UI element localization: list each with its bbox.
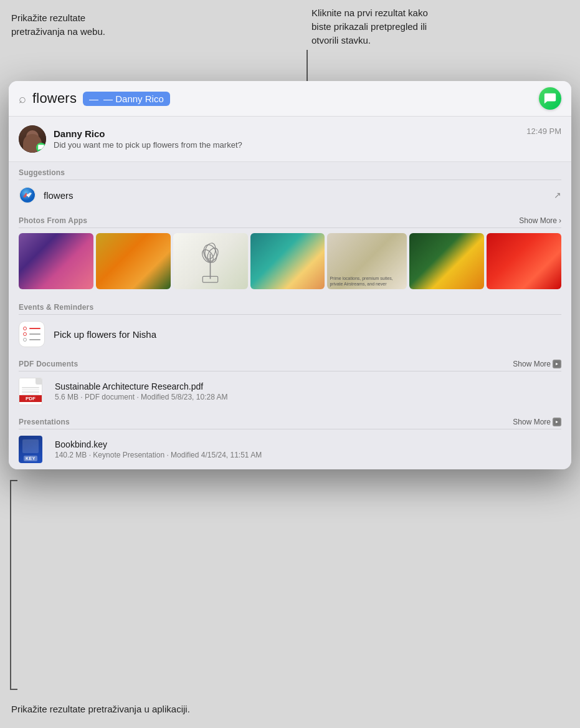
photos-show-more-button[interactable]: Show More › [519, 216, 561, 225]
keynote-file-icon: KEY BCMBND [19, 436, 46, 463]
reminder-bar-1 [29, 328, 40, 329]
annotation-top-right: Kliknite na prvi rezultat kako biste pri… [311, 6, 486, 47]
external-link-icon: ↗ [554, 190, 561, 200]
photo-thumb-6[interactable] [409, 233, 484, 289]
pdf-show-more-label: Show More [513, 360, 551, 368]
photos-grid: Prime locations, premium suites, private… [9, 228, 571, 297]
keynote-doc-label: KEY [24, 456, 37, 461]
photo-thumb-1[interactable] [19, 233, 93, 289]
callout-line-left-bottom [10, 689, 17, 690]
message-content: Danny Rico Did you want me to pick up fl… [54, 128, 519, 150]
pdf-doc-graphic: PDF [19, 378, 42, 405]
message-text: Did you want me to pick up flowers from … [54, 140, 519, 150]
event-item[interactable]: Pick up flowers for Nisha [9, 315, 571, 353]
presentation-file-info: Bookbind.key 140.2 MB · Keynote Presenta… [55, 439, 561, 459]
reminder-bar-3 [29, 339, 40, 340]
photo-thumb-5[interactable]: Prime locations, premium suites, private… [327, 233, 407, 289]
pdf-show-more-button[interactable]: Show More [513, 360, 561, 368]
presentations-show-more-button[interactable]: Show More [513, 418, 561, 426]
pdf-line-4 [22, 394, 39, 395]
callout-line-left-top [10, 480, 17, 481]
pdf-label: PDF Documents [19, 360, 78, 368]
photo-thumb-2[interactable] [96, 233, 171, 289]
safari-icon [19, 186, 36, 204]
presentations-show-more-arrow [554, 419, 560, 425]
presentations-header: Presentations Show More [9, 411, 571, 429]
pdf-show-more-arrow [554, 361, 560, 367]
pdf-line-2 [22, 390, 39, 391]
search-bar: ⌕ flowers — — Danny Rico [9, 81, 571, 117]
pdf-file-item[interactable]: PDF Sustainable Architecture Research.pd… [9, 371, 571, 411]
reminder-dot-3 [23, 338, 27, 342]
keynote-doc-graphic: KEY [19, 436, 42, 463]
presentation-file-item[interactable]: KEY BCMBND Bookbind.key 140.2 MB · Keyno… [9, 429, 571, 469]
spotlight-window: ⌕ flowers — — Danny Rico [9, 81, 571, 469]
svg-point-4 [27, 194, 29, 196]
pdf-doc-label: PDF [19, 395, 42, 402]
pdf-file-meta: 5.6 MB · PDF document · Modified 5/8/23,… [55, 393, 561, 401]
presentation-file-name: Bookbind.key [55, 439, 561, 449]
suggestions-label: Suggestions [19, 168, 65, 177]
pdf-file-icon: PDF [19, 378, 46, 405]
presentations-section: Presentations Show More KEY BCMBND [9, 411, 571, 469]
pdf-section: PDF Documents Show More [9, 353, 571, 411]
annotation-top-left: Prikažite rezultate pretraživanja na web… [11, 11, 155, 39]
photos-label: Photos From Apps [19, 216, 87, 225]
reminder-dot-1 [23, 327, 27, 330]
events-header: Events & Reminders [9, 297, 571, 314]
pdf-header: PDF Documents Show More [9, 353, 571, 371]
photo-thumb-7[interactable] [487, 233, 561, 289]
reminder-lines [19, 323, 44, 345]
contact-name: Danny Rico [54, 128, 519, 139]
contact-avatar [19, 125, 46, 153]
reminder-bar-2 [29, 333, 40, 335]
plant-sketch-icon [190, 236, 231, 286]
event-title: Pick up flowers for Nisha [54, 329, 156, 340]
suggestion-text: flowers [44, 190, 546, 201]
pdf-line-1 [22, 387, 39, 388]
annotation-bottom: Prikažite rezultate pretraživanja u apli… [11, 704, 190, 714]
presentation-file-meta: 140.2 MB · Keynote Presentation · Modifi… [55, 451, 561, 459]
events-section: Events & Reminders [9, 297, 571, 353]
search-query: flowers [32, 90, 77, 107]
suggestions-header: Suggestions [9, 162, 571, 180]
reminders-app-icon [19, 321, 45, 347]
pdf-doc-lines [22, 387, 39, 396]
filter-dash: — [89, 93, 98, 104]
photos-show-more-chevron: › [559, 216, 561, 225]
reminder-dot-2 [23, 332, 27, 336]
photos-section: Photos From Apps Show More › [9, 210, 571, 297]
reminder-line-3 [23, 338, 40, 342]
suggestions-section: Suggestions flowers ↗ [9, 162, 571, 210]
photo-thumb-4[interactable] [250, 233, 325, 289]
search-filter-tag[interactable]: — — Danny Rico [83, 92, 170, 106]
search-icon: ⌕ [19, 92, 26, 106]
message-time: 12:49 PM [526, 127, 561, 136]
messages-badge-icon [37, 144, 45, 151]
pdf-file-name: Sustainable Architecture Research.pdf [55, 381, 561, 391]
filter-label: — Danny Rico [103, 93, 164, 104]
presentations-show-more-label: Show More [513, 418, 551, 426]
greenhouse-text: Prime locations, premium suites, private… [330, 275, 404, 287]
presentations-label: Presentations [19, 418, 70, 426]
suggestion-item[interactable]: flowers ↗ [9, 180, 571, 210]
reminder-line-1 [23, 327, 40, 330]
callout-line-left [10, 480, 11, 689]
photos-header: Photos From Apps Show More › [9, 210, 571, 228]
photo-thumb-3[interactable] [173, 233, 248, 289]
pdf-line-3 [22, 391, 39, 393]
presentations-show-more-icon [553, 418, 561, 426]
reminder-line-2 [23, 332, 40, 336]
messages-app-button[interactable] [539, 87, 561, 110]
messages-bubble-icon [543, 92, 557, 105]
pdf-file-info: Sustainable Architecture Research.pdf 5.… [55, 381, 561, 401]
photos-show-more-label: Show More [519, 216, 557, 225]
messages-badge [36, 143, 46, 153]
top-result-message[interactable]: Danny Rico Did you want me to pick up fl… [9, 117, 571, 162]
pdf-show-more-icon [553, 360, 561, 368]
events-label: Events & Reminders [19, 303, 93, 312]
